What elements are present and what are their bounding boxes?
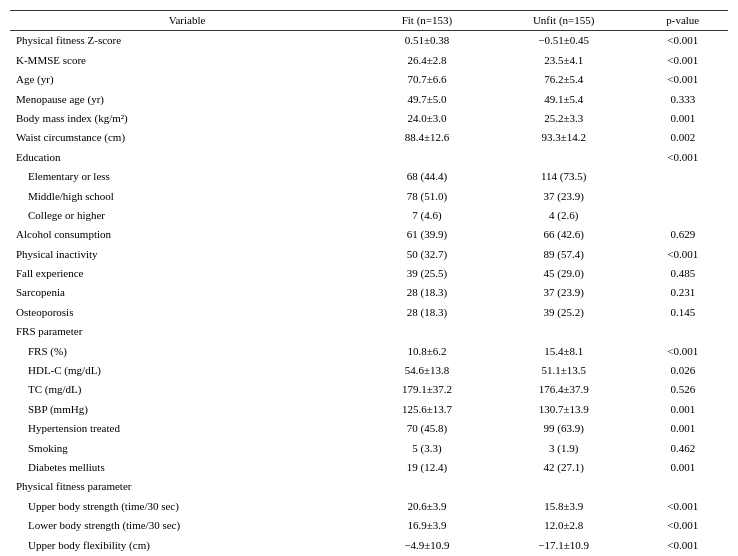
table-row: Osteoporosis28 (18.3)39 (25.2)0.145: [10, 303, 728, 322]
cell-variable: Alcohol consumption: [10, 225, 364, 244]
cell-fit: 70.7±6.6: [364, 70, 490, 89]
cell-unfit: 25.2±3.3: [490, 109, 638, 128]
table-row: Menopause age (yr)49.7±5.049.1±5.40.333: [10, 90, 728, 109]
table-row: Smoking5 (3.3)3 (1.9)0.462: [10, 439, 728, 458]
cell-fit: 26.4±2.8: [364, 51, 490, 70]
cell-pvalue: <0.001: [638, 516, 728, 535]
cell-unfit: 51.1±13.5: [490, 361, 638, 380]
cell-variable: Physical fitness parameter: [10, 477, 364, 496]
cell-fit: 10.8±6.2: [364, 342, 490, 361]
table-row: Middle/high school78 (51.0)37 (23.9): [10, 187, 728, 206]
table-row: HDL-C (mg/dL)54.6±13.851.1±13.50.026: [10, 361, 728, 380]
cell-variable: Fall experience: [10, 264, 364, 283]
cell-unfit: 37 (23.9): [490, 283, 638, 302]
cell-fit: −4.9±10.9: [364, 536, 490, 555]
table-row: TC (mg/dL)179.1±37.2176.4±37.90.526: [10, 380, 728, 399]
cell-variable: Upper body strength (time/30 sec): [10, 497, 364, 516]
cell-unfit: 130.7±13.9: [490, 400, 638, 419]
cell-pvalue: <0.001: [638, 70, 728, 89]
cell-pvalue: [638, 322, 728, 341]
cell-variable: Hypertension treated: [10, 419, 364, 438]
cell-variable: SBP (mmHg): [10, 400, 364, 419]
cell-variable: Elementary or less: [10, 167, 364, 186]
cell-unfit: 4 (2.6): [490, 206, 638, 225]
cell-variable: Lower body strength (time/30 sec): [10, 516, 364, 535]
cell-fit: 5 (3.3): [364, 439, 490, 458]
cell-unfit: [490, 477, 638, 496]
cell-variable: Sarcopenia: [10, 283, 364, 302]
cell-unfit: −17.1±10.9: [490, 536, 638, 555]
cell-pvalue: <0.001: [638, 497, 728, 516]
cell-pvalue: <0.001: [638, 342, 728, 361]
cell-variable: College or higher: [10, 206, 364, 225]
cell-pvalue: [638, 206, 728, 225]
cell-fit: 61 (39.9): [364, 225, 490, 244]
cell-variable: Physical inactivity: [10, 245, 364, 264]
cell-variable: FRS parameter: [10, 322, 364, 341]
cell-fit: [364, 477, 490, 496]
table-header-row: Variable Fit (n=153) Unfit (n=155) p-val…: [10, 11, 728, 31]
cell-pvalue: 0.231: [638, 283, 728, 302]
cell-fit: 24.0±3.0: [364, 109, 490, 128]
cell-unfit: −0.51±0.45: [490, 31, 638, 51]
table-row: Waist circumstance (cm)88.4±12.693.3±14.…: [10, 128, 728, 147]
cell-pvalue: <0.001: [638, 31, 728, 51]
cell-unfit: 176.4±37.9: [490, 380, 638, 399]
cell-variable: Middle/high school: [10, 187, 364, 206]
cell-variable: Body mass index (kg/m²): [10, 109, 364, 128]
cell-variable: K-MMSE score: [10, 51, 364, 70]
cell-fit: 68 (44.4): [364, 167, 490, 186]
cell-pvalue: <0.001: [638, 51, 728, 70]
cell-unfit: 15.8±3.9: [490, 497, 638, 516]
cell-fit: 78 (51.0): [364, 187, 490, 206]
table-row: Physical fitness parameter: [10, 477, 728, 496]
table-row: FRS parameter: [10, 322, 728, 341]
cell-unfit: 15.4±8.1: [490, 342, 638, 361]
cell-variable: HDL-C (mg/dL): [10, 361, 364, 380]
cell-pvalue: 0.526: [638, 380, 728, 399]
cell-unfit: 37 (23.9): [490, 187, 638, 206]
cell-variable: Smoking: [10, 439, 364, 458]
cell-variable: Upper body flexibility (cm): [10, 536, 364, 555]
table-row: Fall experience39 (25.5)45 (29.0)0.485: [10, 264, 728, 283]
cell-variable: Age (yr): [10, 70, 364, 89]
cell-pvalue: 0.001: [638, 400, 728, 419]
data-table: Variable Fit (n=153) Unfit (n=155) p-val…: [10, 10, 728, 556]
cell-fit: 125.6±13.7: [364, 400, 490, 419]
cell-pvalue: [638, 477, 728, 496]
table-row: Physical inactivity50 (32.7)89 (57.4)<0.…: [10, 245, 728, 264]
cell-variable: Waist circumstance (cm): [10, 128, 364, 147]
cell-variable: Physical fitness Z-score: [10, 31, 364, 51]
cell-unfit: 39 (25.2): [490, 303, 638, 322]
cell-unfit: 12.0±2.8: [490, 516, 638, 535]
cell-fit: 50 (32.7): [364, 245, 490, 264]
header-fit: Fit (n=153): [364, 11, 490, 31]
cell-fit: 16.9±3.9: [364, 516, 490, 535]
table-row: College or higher7 (4.6)4 (2.6): [10, 206, 728, 225]
cell-pvalue: 0.026: [638, 361, 728, 380]
cell-pvalue: [638, 167, 728, 186]
cell-unfit: 49.1±5.4: [490, 90, 638, 109]
header-pvalue: p-value: [638, 11, 728, 31]
cell-unfit: [490, 148, 638, 167]
cell-pvalue: 0.002: [638, 128, 728, 147]
cell-variable: Menopause age (yr): [10, 90, 364, 109]
cell-fit: 28 (18.3): [364, 303, 490, 322]
cell-unfit: 42 (27.1): [490, 458, 638, 477]
cell-pvalue: 0.001: [638, 419, 728, 438]
cell-unfit: [490, 322, 638, 341]
cell-fit: 49.7±5.0: [364, 90, 490, 109]
table-row: Diabetes melliuts19 (12.4)42 (27.1)0.001: [10, 458, 728, 477]
cell-pvalue: 0.462: [638, 439, 728, 458]
cell-unfit: 89 (57.4): [490, 245, 638, 264]
cell-fit: 179.1±37.2: [364, 380, 490, 399]
cell-pvalue: [638, 187, 728, 206]
cell-fit: 88.4±12.6: [364, 128, 490, 147]
cell-unfit: 3 (1.9): [490, 439, 638, 458]
table-row: K-MMSE score26.4±2.823.5±4.1<0.001: [10, 51, 728, 70]
cell-pvalue: 0.001: [638, 458, 728, 477]
cell-unfit: 99 (63.9): [490, 419, 638, 438]
header-variable: Variable: [10, 11, 364, 31]
cell-pvalue: <0.001: [638, 148, 728, 167]
cell-variable: TC (mg/dL): [10, 380, 364, 399]
